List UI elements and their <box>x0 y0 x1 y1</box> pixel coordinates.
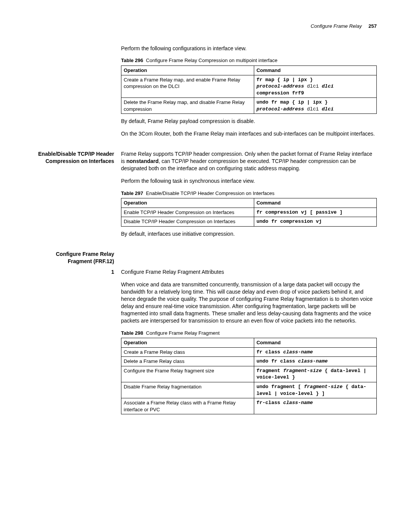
table-caption: Configure Frame Relay Compression on mul… <box>146 58 277 63</box>
table-row: Delete a Frame Relay class undo fr class… <box>121 357 377 366</box>
cmd-cell: fr-class class-name <box>254 398 376 414</box>
cmd-cell: undo fragment [ fragment-size { data-lev… <box>254 382 376 398</box>
body-text: Perform the following task in synchronou… <box>121 177 377 185</box>
table-row: Configure the Frame Relay fragment size … <box>121 366 377 382</box>
table-label: Table 296 <box>121 58 143 63</box>
table-row: Create a Frame Relay map, and enable Fra… <box>121 75 377 98</box>
table-row: Enable TCP/IP Header Compression on Inte… <box>121 208 377 217</box>
step-title: Configure Frame Relay Fragment Attribute… <box>121 268 377 276</box>
col-command: Command <box>254 338 376 348</box>
step-number: 1 <box>34 268 121 418</box>
col-operation: Operation <box>121 338 254 348</box>
page-number: 257 <box>368 23 377 29</box>
op-cell: Configure the Frame Relay fragment size <box>121 366 254 382</box>
col-operation: Operation <box>121 66 254 75</box>
table-caption: Configure Frame Relay Fragment <box>146 330 220 336</box>
cmd-cell: undo fr map { ip | ipx } protocol-addres… <box>254 98 376 114</box>
header-title: Configure Frame Relay <box>311 23 362 29</box>
op-cell: Create a Frame Relay map, and enable Fra… <box>121 75 254 98</box>
op-cell: Enable TCP/IP Header Compression on Inte… <box>121 208 254 217</box>
side-heading-frf12: Configure Frame Relay Fragment (FRF.12) <box>34 251 121 265</box>
col-command: Command <box>254 198 376 208</box>
page-header: Configure Frame Relay 257 <box>34 23 377 30</box>
body-text: When voice and data are transmitted conc… <box>121 281 377 324</box>
op-cell: Disable TCP/IP Header Compression on Int… <box>121 217 254 227</box>
body-text: By default, interfaces use initiative co… <box>121 230 377 238</box>
table-row: Delete the Frame Relay map, and disable … <box>121 98 377 114</box>
body-text: On the 3Com Router, both the Frame Relay… <box>121 130 377 137</box>
table-label: Table 297 <box>121 190 143 196</box>
table-row: Disable TCP/IP Header Compression on Int… <box>121 217 377 227</box>
cmd-cell: undo fr compression vj <box>254 217 376 227</box>
table-label: Table 298 <box>121 330 143 336</box>
cmd-cell: fr map { ip | ipx } protocol-address dlc… <box>254 75 376 98</box>
table-row: Associate a Frame Relay class with a Fra… <box>121 398 377 414</box>
col-command: Command <box>254 66 376 75</box>
cmd-cell: fr class class-name <box>254 347 376 357</box>
intro-text: Perform the following configurations in … <box>121 45 377 52</box>
table-row: Disable Frame Relay fragmentation undo f… <box>121 382 377 398</box>
op-cell: Disable Frame Relay fragmentation <box>121 382 254 398</box>
table-297: Operation Command Enable TCP/IP Header C… <box>121 198 377 227</box>
op-cell: Delete a Frame Relay class <box>121 357 254 366</box>
body-text: By default, Frame Relay payload compress… <box>121 118 377 125</box>
cmd-cell: fragment fragment-size { data-level | vo… <box>254 366 376 382</box>
table-296: Operation Command Create a Frame Relay m… <box>121 66 377 114</box>
op-cell: Associate a Frame Relay class with a Fra… <box>121 398 254 414</box>
table-298: Operation Command Create a Frame Relay c… <box>121 338 377 414</box>
body-text: Frame Relay supports TCP/IP header compr… <box>121 150 377 172</box>
table-297-title: Table 297 Enable/Disable TCP/IP Header C… <box>121 190 377 197</box>
cmd-cell: undo fr class class-name <box>254 357 376 366</box>
table-298-title: Table 298 Configure Frame Relay Fragment <box>121 330 377 337</box>
cmd-cell: fr compression vj [ passive ] <box>254 208 376 217</box>
table-296-title: Table 296 Configure Frame Relay Compress… <box>121 57 377 64</box>
op-cell: Create a Frame Relay class <box>121 347 254 357</box>
table-caption: Enable/Disable TCP/IP Header Compression… <box>146 190 275 196</box>
table-row: Create a Frame Relay class fr class clas… <box>121 347 377 357</box>
side-heading-tcpip: Enable/Disable TCP/IP Header Compression… <box>34 150 121 243</box>
op-cell: Delete the Frame Relay map, and disable … <box>121 98 254 114</box>
col-operation: Operation <box>121 198 254 208</box>
